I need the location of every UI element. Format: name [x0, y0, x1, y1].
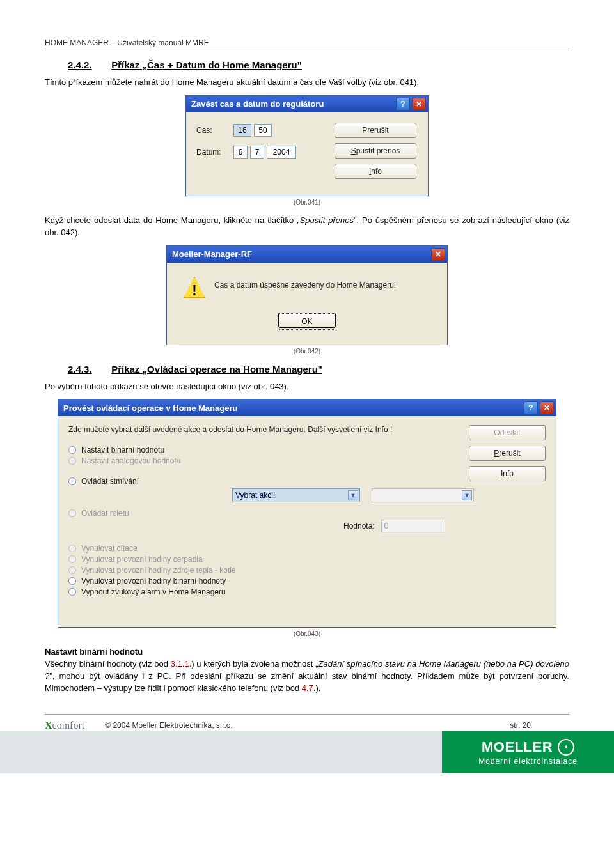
label-date: Datum:: [196, 148, 233, 157]
ok-button[interactable]: OK: [278, 313, 336, 328]
warning-icon: !: [184, 277, 205, 298]
radio-mute-alarm[interactable]: Vypnout zvukový alarm v Home Manageru: [68, 587, 546, 596]
date-month-input[interactable]: [250, 146, 264, 159]
dialog2-title: Moeller-Manager-RF: [172, 249, 252, 259]
footer-page-number: str. 20: [510, 721, 531, 730]
value-input: [381, 520, 445, 532]
help-icon[interactable]: ?: [396, 98, 410, 111]
close-icon[interactable]: ✕: [540, 401, 554, 414]
close-icon[interactable]: ✕: [412, 98, 426, 111]
xcomfort-logo: Xcomfort: [45, 720, 84, 731]
moeller-logo: MOELLER ✦ Moderní elektroinstalace: [478, 739, 578, 766]
caption-041: (Obr.041): [45, 199, 569, 206]
dialog-control-operations: Provést ovládací operace v Home Manageru…: [58, 399, 556, 628]
dialog-success-message: Moeller-Manager-RF ✕ ! Cas a datum úspeš…: [166, 245, 448, 345]
para-set-binary: Nastavit binární hodnotu Všechny binární…: [45, 646, 569, 694]
chevron-down-icon: ▼: [462, 490, 472, 500]
radio-reset-counters: Vynulovat cítace: [68, 544, 546, 553]
dialog2-titlebar[interactable]: Moeller-Manager-RF ✕: [167, 246, 447, 263]
moeller-emblem-icon: ✦: [558, 739, 574, 756]
subheading-set-binary: Nastavit binární hodnotu: [45, 647, 143, 656]
date-day-input[interactable]: [233, 146, 248, 159]
dialog3-title: Provést ovládací operace v Home Manageru: [63, 403, 237, 413]
success-message-text: Cas a datum úspešne zavedeny do Home Man…: [214, 277, 430, 290]
info-button[interactable]: Info: [469, 466, 546, 481]
label-time: Cas:: [196, 126, 233, 135]
info-button[interactable]: Info: [335, 164, 416, 179]
abort-button[interactable]: Prerušit: [335, 123, 416, 138]
start-transfer-button[interactable]: Spustit prenos: [335, 143, 416, 159]
section-243-title: 2.4.3. Příkaz „Ovládací operace na Home …: [68, 364, 569, 375]
caption-043: (Obr.043): [45, 630, 569, 637]
dialog-set-time-date: Zavést cas a datum do regulátoru ? ✕ Pre…: [185, 95, 429, 196]
section-242-title: 2.4.2. Příkaz „Čas + Datum do Home Manag…: [68, 59, 569, 70]
help-icon[interactable]: ?: [524, 401, 538, 414]
doc-header: HOME MANAGER – Uživatelský manuál MMRF: [45, 38, 569, 50]
date-year-input[interactable]: [267, 146, 296, 159]
radio-control-shutter: Ovládat roletu: [68, 509, 546, 518]
dialog1-title: Zavést cas a datum do regulátoru: [191, 99, 324, 109]
para-after-041: Když chcete odeslat data do Home Manager…: [45, 215, 569, 239]
action-select[interactable]: Vybrat akci!▼: [232, 488, 360, 502]
radio-reset-boiler-hours: Vynulovat provozní hodiny zdroje tepla -…: [68, 566, 546, 575]
section-242-num: 2.4.2.: [68, 59, 109, 70]
dialog3-titlebar[interactable]: Provést ovládací operace v Home Manageru…: [58, 399, 556, 416]
para-243-intro: Po výběru tohoto příkazu se otevře násle…: [45, 381, 569, 393]
radio-reset-binary-hours[interactable]: Vynulovat provozní hodiny binární hodnot…: [68, 577, 546, 585]
section-243-text: Příkaz „Ovládací operace na Home Manager…: [111, 364, 322, 375]
chevron-down-icon: ▼: [348, 490, 358, 500]
time-hour-input[interactable]: [233, 124, 251, 137]
section-242-text: Příkaz „Čas + Datum do Home Manageru": [111, 59, 302, 70]
brand-bottom-bar: MOELLER ✦ Moderní elektroinstalace: [0, 731, 614, 773]
value-label: Hodnota:: [343, 522, 375, 531]
dialog1-titlebar[interactable]: Zavést cas a datum do regulátoru ? ✕: [186, 96, 428, 112]
secondary-select: ▼: [372, 488, 474, 502]
close-icon[interactable]: ✕: [431, 248, 445, 261]
abort-button[interactable]: Prerušit: [469, 446, 546, 461]
para-242-intro: Tímto příkazem můžete nahrát do Home Man…: [45, 77, 569, 89]
time-minute-input[interactable]: [254, 124, 272, 137]
section-243-num: 2.4.3.: [68, 364, 109, 375]
page-footer: Xcomfort © 2004 Moeller Elektrotechnika,…: [45, 714, 569, 731]
send-button: Odeslat: [469, 425, 546, 440]
radio-reset-pump-hours: Vynulovat provozní hodiny cerpadla: [68, 555, 546, 564]
caption-042: (Obr.042): [45, 348, 569, 355]
footer-copyright: © 2004 Moeller Elektrotechnika, s.r.o.: [105, 721, 233, 730]
